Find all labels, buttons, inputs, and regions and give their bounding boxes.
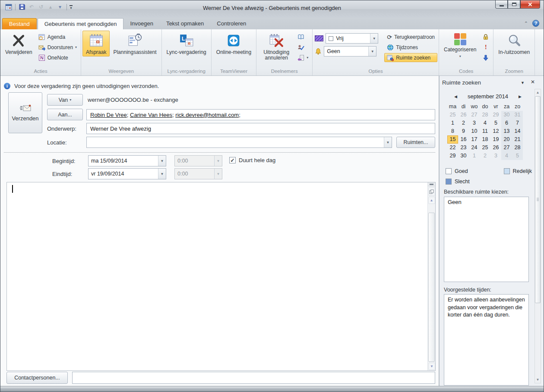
calendar-day-25[interactable]: 25 [447, 111, 458, 119]
scrollbar-thumb[interactable] [428, 213, 435, 362]
dropdown-arrow-icon[interactable]: ▼ [158, 169, 166, 179]
calendar-day-17[interactable]: 17 [469, 135, 480, 144]
terugkeerpatroon-button[interactable]: ⟳ Terugkeerpatroon [384, 32, 437, 41]
minimize-ribbon-icon[interactable]: ⌃ [524, 21, 528, 26]
uitnodiging-annuleren-button[interactable]: Uitnodiging annuleren [258, 31, 295, 62]
scroll-up-icon[interactable]: ▲ [428, 197, 435, 204]
agenda-button[interactable]: Agenda [36, 32, 79, 41]
dropdown-arrow-icon[interactable]: ▼ [158, 156, 166, 166]
doorsturen-button[interactable]: Doorsturen ▾ [36, 43, 79, 52]
onderwerp-input[interactable]: Werner De Vree afwezig [86, 123, 435, 134]
calendar-day-4[interactable]: 4 [480, 119, 490, 127]
calendar-day-19[interactable]: 19 [490, 135, 501, 144]
calendar-day-28[interactable]: 28 [512, 144, 523, 152]
body-editor[interactable]: ▲ ▼ [6, 182, 436, 371]
eindtijd-datum-combo[interactable]: vr 19/09/2014 ▼ [88, 168, 166, 179]
dropdown-arrow-icon[interactable]: ▼ [384, 137, 392, 147]
calendar-day-5[interactable]: 5 [490, 119, 501, 127]
tijdzones-button[interactable]: Tijdzones [384, 43, 437, 52]
tab-tekst-opmaken[interactable]: Tekst opmaken [160, 18, 210, 29]
locatie-combo[interactable]: ▼ [86, 137, 392, 148]
scrollbar-thumb[interactable] [535, 96, 541, 303]
minimize-button[interactable] [495, 0, 508, 9]
calendar-day-27[interactable]: 27 [501, 144, 512, 152]
calendar-day-5[interactable]: 5 [512, 152, 523, 160]
expand-pane-icon[interactable] [428, 187, 435, 196]
calendar-day-3[interactable]: 3 [469, 119, 480, 127]
calendar-day-2[interactable]: 2 [458, 119, 469, 127]
calendar-day-18[interactable]: 18 [480, 135, 490, 144]
calendar-day-7[interactable]: 7 [512, 119, 523, 127]
close-button[interactable]: ✕ [520, 0, 540, 9]
calendar-day-20[interactable]: 20 [501, 135, 512, 144]
calendar-day-23[interactable]: 23 [458, 144, 469, 152]
calendar-day-27[interactable]: 27 [469, 111, 480, 119]
verwijderen-button[interactable]: Verwijderen [2, 31, 36, 56]
beschikbaarheid-combo[interactable]: Vrij ▼ [326, 33, 378, 44]
calendar-day-2[interactable]: 2 [480, 152, 490, 160]
ruimten-button[interactable]: Ruimten... [396, 137, 435, 148]
room-list[interactable]: Geen [444, 197, 529, 282]
calendar-day-12[interactable]: 12 [490, 127, 501, 135]
calendar-day-21[interactable]: 21 [512, 135, 523, 144]
aan-input[interactable]: Robin De Vree; Carine Van Hees; rick.dev… [86, 109, 435, 120]
room-list-item[interactable]: Geen [448, 199, 525, 205]
lage-urgentie-button[interactable] [480, 53, 492, 62]
panel-scrollbar[interactable]: ▲ ▼ [535, 89, 541, 383]
online-meeting-button[interactable]: Online-meeting [213, 31, 255, 56]
calendar-day-30[interactable]: 30 [458, 152, 469, 160]
calendar-day-11[interactable]: 11 [480, 127, 490, 135]
contactpersonen-button[interactable]: Contactpersonen... [6, 372, 68, 384]
calendar-next-icon[interactable]: ▶ [519, 94, 522, 99]
tab-invoegen[interactable]: Invoegen [123, 18, 160, 29]
calendar-day-22[interactable]: 22 [447, 144, 458, 152]
recipient[interactable]: Robin De Vree [90, 112, 127, 118]
calendar-day-4[interactable]: 4 [501, 152, 512, 160]
begintijd-datum-combo[interactable]: ma 15/09/2014 ▼ [88, 155, 166, 166]
restore-button[interactable] [508, 0, 520, 9]
calendar-day-9[interactable]: 9 [458, 127, 469, 135]
help-icon[interactable]: ? [532, 20, 539, 27]
contactpersonen-input[interactable] [72, 372, 435, 384]
prive-button[interactable] [480, 32, 492, 41]
recipient[interactable]: Carine Van Hees [130, 112, 172, 118]
in-uitzoomen-button[interactable]: In-/uitzoomen [495, 31, 533, 56]
recipient[interactable]: rick.devree@hotmail.com [175, 112, 239, 118]
calendar-day-6[interactable]: 6 [501, 119, 512, 127]
tab-bestand[interactable]: Bestand [2, 18, 37, 29]
planningsassistent-button[interactable]: Planningsassistent [110, 31, 160, 56]
calendar-day-8[interactable]: 8 [447, 127, 458, 135]
calendar-day-30[interactable]: 30 [501, 111, 512, 119]
calendar-prev-icon[interactable]: ◀ [454, 94, 457, 99]
calendar-day-10[interactable]: 10 [469, 127, 480, 135]
editor-scrollbar[interactable]: ▲ ▼ [427, 182, 435, 370]
calendar-day-3[interactable]: 3 [490, 152, 501, 160]
antwoordopties-button[interactable]: ▾ [295, 53, 311, 62]
panel-menu-icon[interactable]: ▼ [521, 81, 525, 85]
calendar-day-1[interactable]: 1 [469, 152, 480, 160]
calendar-day-14[interactable]: 14 [512, 127, 523, 135]
calendar-day-29[interactable]: 29 [447, 152, 458, 160]
calendar-day-26[interactable]: 26 [490, 144, 501, 152]
scroll-down-icon[interactable]: ▼ [535, 376, 541, 383]
calendar-day-13[interactable]: 13 [501, 127, 512, 135]
panel-close-icon[interactable]: ✕ [531, 79, 535, 85]
aan-button[interactable]: Aan... [47, 109, 83, 120]
calendar-day-25[interactable]: 25 [480, 144, 490, 152]
calendar-day-26[interactable]: 26 [458, 111, 469, 119]
onenote-button[interactable]: N OneNote [36, 53, 79, 62]
herinnering-combo[interactable]: Geen ▼ [324, 46, 376, 56]
tab-controleren[interactable]: Controleren [210, 18, 253, 29]
van-button[interactable]: Van ▾ [47, 94, 83, 106]
dropdown-arrow-icon[interactable]: ▼ [368, 47, 376, 56]
calendar-day-31[interactable]: 31 [512, 111, 523, 119]
categoriseren-button[interactable]: Categoriseren ▾ [440, 31, 480, 60]
calendar-day-28[interactable]: 28 [480, 111, 490, 119]
calendar-day-16[interactable]: 16 [458, 135, 469, 144]
namen-controleren-button[interactable] [295, 43, 311, 52]
calendar-day-24[interactable]: 24 [469, 144, 480, 152]
ruimte-zoeken-button[interactable]: Ruimte zoeken [384, 53, 437, 62]
duurt-hele-dag-checkbox[interactable]: ✓ [229, 157, 236, 163]
adresboek-button[interactable] [295, 32, 311, 41]
split-handle[interactable] [428, 182, 435, 186]
